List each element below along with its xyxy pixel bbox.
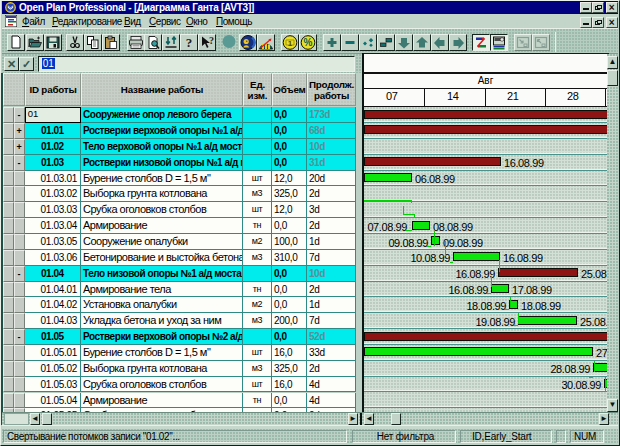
svg-text:1: 1 bbox=[288, 39, 293, 48]
svg-text:?: ? bbox=[185, 35, 192, 50]
svg-text:%: % bbox=[304, 37, 313, 48]
svg-text:?: ? bbox=[209, 35, 214, 46]
